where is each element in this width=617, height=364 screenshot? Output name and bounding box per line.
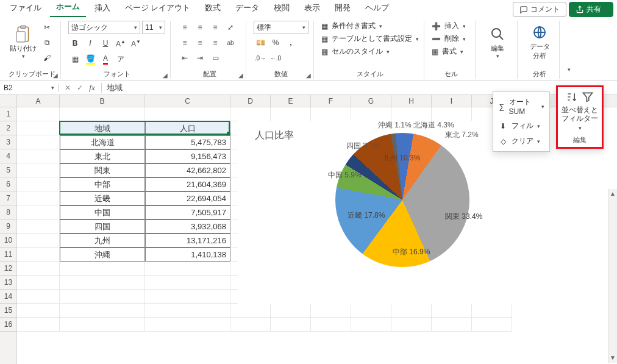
row-header[interactable]: 7 <box>0 191 16 205</box>
insert-cells-button[interactable]: ➕挿入▾ <box>432 21 466 31</box>
cut-button[interactable]: ✂ <box>40 21 54 34</box>
fill-item[interactable]: ⬇ フィル ▾ <box>496 118 547 134</box>
cell[interactable]: 5,475,783 <box>145 135 230 149</box>
format-painter-button[interactable]: 🖌 <box>40 51 54 65</box>
align-right-button[interactable]: ≡ <box>209 36 222 49</box>
phonetic-button[interactable]: ア <box>114 52 127 66</box>
row-header[interactable]: 13 <box>0 276 16 290</box>
cell[interactable] <box>17 234 60 248</box>
cell[interactable] <box>432 304 472 318</box>
comments-button[interactable]: コメント <box>513 2 566 17</box>
cell-styles-button[interactable]: ▦ セルのスタイル ▾ <box>321 46 419 57</box>
border-button[interactable]: ▦ <box>68 52 82 66</box>
conditional-formatting-button[interactable]: ▦ 条件付き書式 ▾ <box>321 21 419 31</box>
cell[interactable] <box>145 318 230 332</box>
column-header[interactable]: H <box>391 95 432 107</box>
paste-button[interactable]: 貼り付け ▾ <box>9 21 38 63</box>
row-header[interactable]: 4 <box>0 149 16 163</box>
underline-button[interactable]: U <box>99 37 112 50</box>
column-header[interactable]: A <box>17 95 60 107</box>
cell[interactable] <box>351 304 391 318</box>
row-header[interactable]: 3 <box>0 135 16 149</box>
row-header[interactable]: 12 <box>0 262 16 276</box>
align-center-button[interactable]: ≡ <box>193 36 207 49</box>
percent-button[interactable]: % <box>269 36 282 49</box>
share-button[interactable]: 共有 ▾ <box>569 2 613 17</box>
cell[interactable]: 1,410,138 <box>145 248 230 262</box>
sort-filter-button[interactable]: 並べ替えと フィルター ▾ <box>559 105 601 132</box>
bold-button[interactable]: B <box>68 37 82 50</box>
delete-cells-button[interactable]: ➖削除▾ <box>432 34 466 44</box>
column-header[interactable]: C <box>145 95 230 107</box>
ribbon-collapse-button[interactable]: ▾ <box>562 63 576 76</box>
cancel-formula-button[interactable]: ✕ <box>62 84 73 92</box>
column-header[interactable]: D <box>230 95 271 107</box>
align-left-button[interactable]: ≡ <box>178 36 191 49</box>
row-header[interactable]: 6 <box>0 177 16 191</box>
dialog-launcher-icon[interactable]: ◢ <box>163 72 168 79</box>
cell[interactable] <box>17 107 60 121</box>
editing-button[interactable]: 編集 ▾ <box>483 21 512 63</box>
decrease-indent-button[interactable]: ⇤ <box>178 51 191 65</box>
row-header[interactable]: 15 <box>0 304 16 318</box>
cell[interactable] <box>391 318 432 332</box>
font-color-button[interactable]: A <box>99 52 112 66</box>
vertical-scrollbar[interactable]: ▲ ▼ <box>608 189 617 363</box>
tab-help[interactable]: ヘルプ <box>359 1 395 17</box>
cell[interactable]: 3,932,068 <box>145 219 230 234</box>
align-middle-button[interactable]: ≡ <box>193 21 207 34</box>
cell[interactable] <box>17 248 60 262</box>
cell[interactable] <box>17 219 60 234</box>
column-header[interactable]: G <box>351 95 391 107</box>
cell[interactable] <box>60 107 145 121</box>
tab-home[interactable]: ホーム <box>50 0 86 17</box>
cell[interactable] <box>351 318 391 332</box>
align-bottom-button[interactable]: ≡ <box>209 21 222 34</box>
cell[interactable] <box>311 107 351 121</box>
dialog-launcher-icon[interactable]: ◢ <box>53 72 58 79</box>
cell[interactable] <box>17 121 60 135</box>
cell[interactable] <box>145 304 230 318</box>
tab-review[interactable]: 校閲 <box>268 1 296 17</box>
row-header[interactable]: 10 <box>0 234 16 248</box>
cell[interactable]: 中国 <box>60 205 145 219</box>
cell[interactable]: 近畿 <box>60 191 145 205</box>
row-header[interactable]: 5 <box>0 163 16 177</box>
cell[interactable] <box>60 262 145 276</box>
column-header[interactable]: I <box>432 95 472 107</box>
cell[interactable]: 地域 <box>60 121 145 135</box>
increase-indent-button[interactable]: ⇥ <box>193 51 207 65</box>
cell[interactable]: 9,156,473 <box>145 149 230 163</box>
scroll-up-button[interactable]: ▲ <box>608 189 617 199</box>
cell[interactable]: 四国 <box>60 219 145 234</box>
cell[interactable] <box>391 304 432 318</box>
cell[interactable] <box>60 290 145 304</box>
cell[interactable] <box>271 318 311 332</box>
cell[interactable]: 21,604,369 <box>145 177 230 191</box>
cell[interactable] <box>472 318 512 332</box>
dialog-launcher-icon[interactable]: ◢ <box>238 72 243 79</box>
copy-button[interactable]: ⧉ <box>40 36 54 49</box>
merge-button[interactable]: ▭ <box>209 51 222 65</box>
tab-page-layout[interactable]: ページ レイアウト <box>119 1 196 17</box>
cell[interactable] <box>271 107 311 121</box>
font-name-select[interactable]: 游ゴシック▾ <box>68 21 140 34</box>
cell[interactable] <box>230 318 271 332</box>
cell[interactable] <box>230 304 271 318</box>
orientation-button[interactable]: ⤢ <box>224 21 237 34</box>
fill-color-button[interactable]: 🪣 <box>84 52 97 66</box>
cell[interactable]: 42,662,802 <box>145 163 230 177</box>
format-as-table-button[interactable]: ▦ テーブルとして書式設定 ▾ <box>321 34 419 44</box>
cell[interactable] <box>145 290 230 304</box>
decrease-font-button[interactable]: A▼ <box>129 37 143 50</box>
comma-button[interactable]: , <box>284 36 298 49</box>
cell[interactable] <box>351 107 391 121</box>
italic-button[interactable]: I <box>84 37 97 50</box>
dialog-launcher-icon[interactable]: ◢ <box>306 72 311 79</box>
currency-button[interactable]: 💴 <box>254 36 267 49</box>
tab-formulas[interactable]: 数式 <box>199 1 227 17</box>
cell[interactable]: 13,171,216 <box>145 234 230 248</box>
row-header[interactable]: 14 <box>0 290 16 304</box>
tab-developer[interactable]: 開発 <box>329 1 357 17</box>
autosum-item[interactable]: ∑ オート SUM ▾ <box>496 95 547 118</box>
